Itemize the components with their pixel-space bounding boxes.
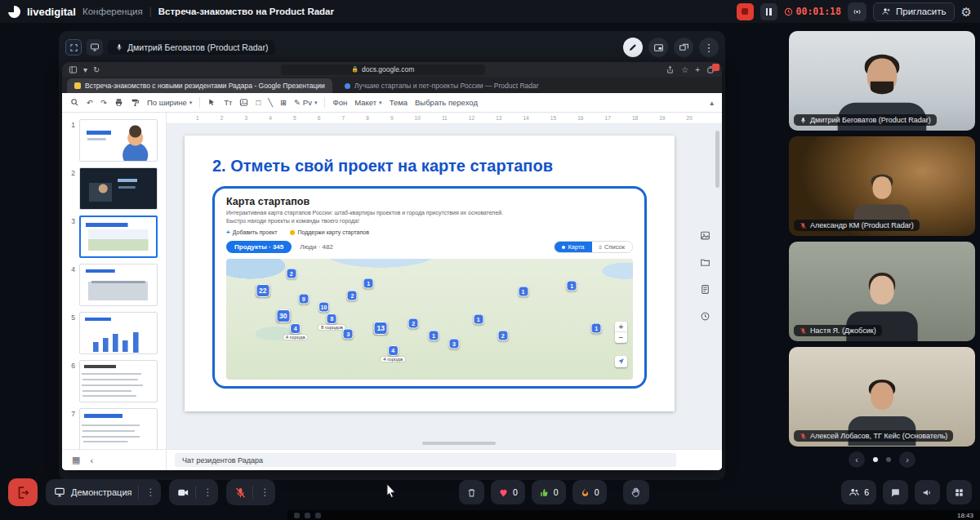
raise-hand-button[interactable] [623,480,649,504]
table-tool-icon[interactable]: ⊞ [280,98,287,107]
annotate-button[interactable] [623,38,643,57]
heart-reaction-button[interactable]: 0 [491,480,525,504]
support-map-link[interactable]: Поддержи карту стартапов [290,229,369,235]
expand-button[interactable] [65,39,82,56]
photos-panel-icon[interactable] [700,230,710,241]
new-tab-icon[interactable]: + [695,65,700,74]
map-marker[interactable]: 3 [448,338,459,349]
folder-panel-icon[interactable] [700,257,710,268]
taskbar-icon[interactable] [294,513,300,518]
current-slide[interactable]: 2. Отметь свой проект на карте стартапов… [185,136,675,411]
canvas-scrollbar[interactable] [715,131,719,188]
collapse-toolbar-icon[interactable]: ▴ [710,98,714,107]
share-screen-indicator-button[interactable] [87,39,103,56]
tab-other[interactable]: Лучшие стартапы и пет-проекты России — P… [337,78,546,93]
layout-switch-button[interactable] [674,38,693,57]
speaker-notes[interactable]: Чат резидентов Радара [175,453,676,467]
paint-format-icon[interactable] [131,98,140,107]
participant-tile-4[interactable]: Алексей Лобасов, ТГ Кейс (Основатель) [789,347,975,447]
slide-thumbnail[interactable]: 5 [67,312,161,354]
map-marker[interactable]: 13 [374,322,388,335]
slide-thumbnail[interactable]: 4 [67,264,161,306]
add-project-link[interactable]: +Добавить проект [226,229,277,236]
map-marker[interactable]: 1 [473,314,483,325]
layout-button[interactable]: Макет▾ [354,98,381,107]
map-marker[interactable]: 3 [343,329,354,340]
map-marker[interactable]: 2 [408,318,419,328]
pager-prev-button[interactable]: ‹ [849,451,865,468]
my-location-button[interactable] [615,356,627,367]
reload-icon[interactable]: ↻ [93,65,100,74]
theme-button[interactable]: Тема [390,98,408,107]
map-marker[interactable]: 4 4 города [283,323,308,340]
grid-view-icon[interactable]: ▦ [72,455,80,465]
screenshare-options-icon[interactable]: ⋮ [145,487,158,498]
picture-in-picture-button[interactable] [648,38,668,57]
taskbar-icon[interactable] [315,513,321,518]
map-marker[interactable]: 22 [256,284,270,297]
map-marker[interactable]: 2 [286,269,296,279]
pen-tool[interactable]: ✎ Pv▾ [294,98,318,107]
canvas-hscrollbar[interactable] [422,442,496,445]
clear-reactions-button[interactable] [459,480,484,504]
microphone-button[interactable]: ⋮ [226,479,275,505]
screenshare-button[interactable]: Демонстрация ⋮ [46,479,161,505]
map-marker[interactable]: 1 [591,322,602,333]
doc-panel-icon[interactable] [700,284,710,295]
pause-recording-button[interactable] [760,3,777,20]
redo-icon[interactable]: ↷ [100,98,107,107]
participant-tile-2[interactable]: Александр КМ (Product Radar) [789,136,975,236]
zoom-out-button[interactable]: − [615,332,627,343]
fire-reaction-button[interactable]: 0 [572,480,607,504]
sidebar-toggle-icon[interactable] [69,65,78,74]
chat-button[interactable] [883,480,908,504]
text-box-tool[interactable]: Tт [224,98,232,107]
apps-grid-button[interactable] [947,480,972,504]
search-icon[interactable] [70,98,79,107]
startup-map[interactable]: + − 2 [226,259,633,380]
pager-next-button[interactable]: › [899,451,915,468]
map-marker[interactable]: 2 [347,290,358,300]
stop-recording-button[interactable] [737,3,754,20]
like-reaction-button[interactable]: 0 [532,480,566,504]
tab-active[interactable]: Встреча-знакомство с новыми резидентами … [67,78,332,93]
transition-button[interactable]: Выбрать переход [415,98,478,107]
slide-thumbnail[interactable]: 2 [67,167,161,210]
map-view-option[interactable]: Карта [555,242,591,252]
participant-tile-1[interactable]: Дмитрий Беговатов (Product Radar) [789,31,975,131]
zoom-select[interactable]: По ширине▾ [147,98,192,107]
slide-thumbnail[interactable]: 7 [67,408,161,449]
shape-tool-icon[interactable]: □ [256,98,261,107]
map-marker[interactable]: 10 [318,302,330,313]
zoom-in-button[interactable]: + [615,322,627,332]
line-tool-icon[interactable]: ╲ [268,98,273,107]
insert-image-icon[interactable] [239,98,248,107]
map-marker[interactable]: 8 8 городов [318,313,345,330]
address-bar[interactable]: 🔒 docs.google.com [281,64,485,75]
broadcast-button[interactable] [848,2,866,21]
map-marker[interactable]: 1 [518,287,528,297]
map-marker[interactable]: 2 [497,330,508,340]
select-cursor-icon[interactable] [207,98,216,107]
list-view-option[interactable]: ≡Список [592,242,632,252]
settings-gear-icon[interactable]: ⚙ [961,6,972,18]
background-button[interactable]: Фон [332,98,347,107]
mic-options-icon[interactable]: ⋮ [259,487,272,498]
participants-button[interactable]: 6 [841,480,876,504]
people-tab[interactable]: Люди · 482 [300,243,333,251]
map-marker[interactable]: 9 [298,294,309,304]
invite-button[interactable]: Пригласить [873,2,955,21]
bookmark-star-icon[interactable]: ☆ [681,65,688,74]
pager-dot[interactable] [886,457,891,462]
slide-thumbnail[interactable]: 6 [67,360,161,402]
share-icon[interactable] [666,65,675,74]
map-marker[interactable]: 1 [363,278,374,288]
tab-overview-icon[interactable]: ▾ [83,65,87,74]
map-marker[interactable]: 1 [567,280,577,291]
undo-icon[interactable]: ↶ [87,98,93,107]
products-tab[interactable]: Продукты · 345 [226,241,292,253]
taskbar-icon[interactable] [305,513,310,518]
map-marker[interactable]: 4 4 города [381,345,405,362]
announcement-button[interactable] [915,480,940,504]
participant-tile-3[interactable]: Настя Я. (Джобсик) [789,242,975,341]
